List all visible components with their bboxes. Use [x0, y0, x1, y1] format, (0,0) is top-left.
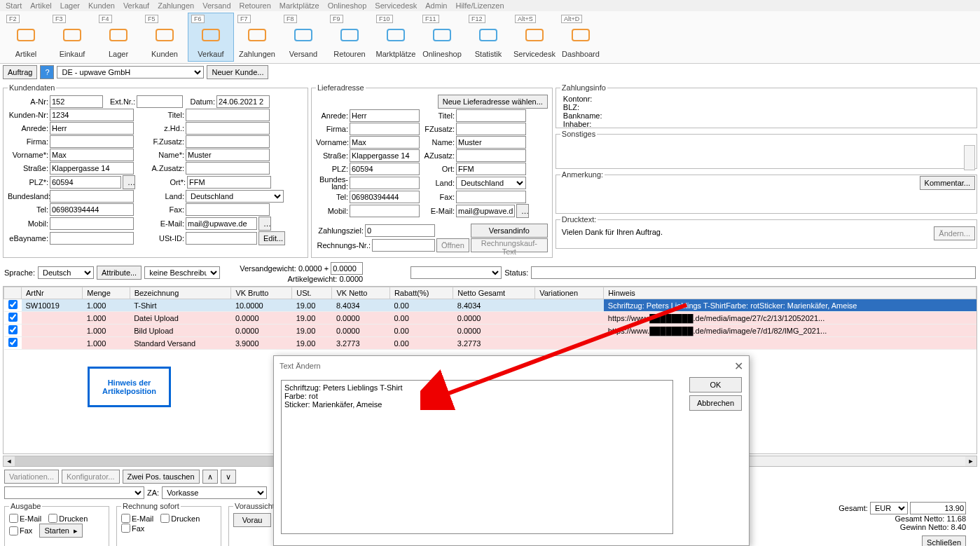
vorau-button[interactable]: Vorau [233, 513, 271, 527]
dialog-ok-button[interactable]: OK [689, 377, 742, 393]
zusatzgewicht-input[interactable] [331, 262, 363, 275]
zahlungsziel-input[interactable] [365, 224, 435, 237]
status-input[interactable] [531, 266, 976, 279]
mobil-input[interactable] [50, 217, 134, 230]
menu-item[interactable]: Zahlungen [158, 1, 194, 10]
column-header[interactable] [4, 287, 22, 299]
la-titel-input[interactable] [456, 109, 526, 122]
row-check[interactable] [8, 300, 18, 309]
column-header[interactable]: VK Brutto [231, 287, 292, 299]
datum-input[interactable] [216, 95, 270, 108]
color-select[interactable] [410, 266, 502, 279]
menu-item[interactable]: Versand [202, 1, 230, 10]
currency-select[interactable]: EUR [870, 502, 908, 514]
titel-input[interactable] [186, 109, 270, 121]
toolbar-artikel[interactable]: F2Artikel [3, 13, 49, 62]
bundesland-input[interactable] [50, 190, 134, 203]
la-name-input[interactable] [456, 136, 526, 149]
close-icon[interactable]: ✕ [734, 360, 743, 373]
rechnung-drucken-check[interactable] [160, 514, 170, 523]
menu-item[interactable]: Retouren [240, 1, 271, 10]
anrede-input[interactable] [50, 122, 134, 135]
azusatz-input[interactable] [186, 162, 270, 175]
starten-button[interactable]: Starten ▸ [39, 524, 83, 538]
rechnung-email-check[interactable] [121, 514, 130, 523]
la-strasse-input[interactable] [350, 149, 420, 162]
sonstiges-scrollbar[interactable] [964, 145, 975, 170]
unknown-select[interactable] [4, 486, 144, 499]
toolbar-marktplätze[interactable]: F10Marktplätze [373, 13, 419, 62]
toolbar-zahlungen[interactable]: F7Zahlungen [234, 13, 280, 62]
rechnungsnr-input[interactable] [372, 239, 435, 252]
beschreibung-select[interactable]: keine Beschreibun [144, 266, 220, 279]
land-select[interactable]: Deutschland [186, 190, 284, 203]
ausgabe-drucken-check[interactable] [48, 514, 57, 523]
kommentar-button[interactable]: Kommentar... [920, 176, 975, 190]
toolbar-dashboard[interactable]: Alt+DDashboard [558, 13, 604, 62]
table-row[interactable]: 1.000Standard Versand3.900019.003.27730.… [4, 337, 976, 350]
la-fax-input[interactable] [456, 191, 526, 203]
firma-input[interactable] [50, 135, 134, 148]
company-select[interactable]: DE - upwave GmbH [57, 66, 204, 79]
zhd-input[interactable] [186, 122, 270, 135]
la-vorname-input[interactable] [350, 136, 420, 149]
column-header[interactable]: Hinweis [604, 287, 976, 299]
toolbar-einkauf[interactable]: F3Einkauf [49, 13, 95, 62]
ustid-input[interactable] [186, 232, 257, 245]
za-select[interactable]: Vorkasse [162, 486, 267, 499]
pos-up-button[interactable]: ∧ [202, 470, 218, 484]
la-anrede-input[interactable] [350, 109, 420, 122]
plz-lookup-button[interactable]: … [123, 175, 135, 189]
name-input[interactable] [186, 149, 270, 161]
gesamt-input[interactable] [910, 502, 966, 514]
vorname-input[interactable] [50, 149, 134, 161]
scroll-left-icon[interactable]: ◄ [4, 456, 15, 466]
row-check[interactable] [8, 325, 18, 334]
menu-item[interactable]: Hilfe/Lizenzen [455, 1, 504, 10]
column-header[interactable]: Bezeichnung [130, 287, 231, 299]
auftrag-button[interactable]: Auftrag [3, 65, 37, 79]
neuer-kunde-button[interactable]: Neuer Kunde... [207, 65, 268, 79]
menu-item[interactable]: Onlineshop [328, 1, 367, 10]
la-azusatz-input[interactable] [456, 149, 526, 162]
dialog-abbrechen-button[interactable]: Abbrechen [689, 395, 742, 411]
toolbar-lager[interactable]: F4Lager [95, 13, 142, 62]
edit-button[interactable]: Edit... [258, 231, 285, 245]
la-bundesland-input[interactable] [350, 177, 420, 189]
versandinfo-button[interactable]: Versandinfo [471, 224, 548, 238]
menu-item[interactable]: Verkauf [123, 1, 149, 10]
fzusatz-input[interactable] [186, 135, 270, 148]
column-header[interactable]: Menge [83, 287, 130, 299]
fax-input[interactable] [186, 203, 270, 216]
ausgabe-email-check[interactable] [9, 514, 18, 523]
pos-down-button[interactable]: ∨ [221, 470, 236, 484]
ebay-input[interactable] [50, 232, 134, 245]
tel-input[interactable] [50, 203, 134, 216]
la-plz-input[interactable] [350, 163, 420, 175]
rechnung-fax-check[interactable] [121, 524, 130, 533]
toolbar-versand[interactable]: F8Versand [280, 13, 326, 62]
kundennr-input[interactable] [50, 109, 134, 121]
toolbar-servicedesk[interactable]: Alt+SServicedesk [511, 13, 558, 62]
drucktext-aendern-button[interactable]: Ändern... [934, 226, 975, 240]
row-check[interactable] [8, 338, 18, 347]
column-header[interactable]: VK Netto [332, 287, 389, 299]
column-header[interactable]: Rabatt(%) [389, 287, 453, 299]
menu-item[interactable]: Admin [425, 1, 447, 10]
la-email-lookup-button[interactable]: … [516, 204, 529, 218]
info-icon[interactable]: ? [40, 65, 54, 79]
menu-item[interactable]: Servicedesk [375, 1, 417, 10]
toolbar-kunden[interactable]: F5Kunden [142, 13, 188, 62]
la-mobil-input[interactable] [350, 205, 420, 217]
table-row[interactable]: SW100191.000T-Shirt10.000019.008.40340.0… [4, 299, 976, 312]
neue-lieferadresse-button[interactable]: Neue Lieferadresse wählen... [438, 95, 548, 109]
la-tel-input[interactable] [350, 191, 420, 203]
column-header[interactable]: Netto Gesamt [453, 287, 535, 299]
la-land-select[interactable]: Deutschland [456, 177, 526, 189]
sprache-select[interactable]: Deutsch [38, 266, 94, 279]
menu-item[interactable]: Kunden [88, 1, 115, 10]
attribute-button[interactable]: Attribute... [97, 266, 142, 280]
email-lookup-button[interactable]: … [258, 217, 271, 231]
toolbar-onlineshop[interactable]: F11Onlineshop [419, 13, 465, 62]
email-input[interactable] [186, 217, 257, 230]
